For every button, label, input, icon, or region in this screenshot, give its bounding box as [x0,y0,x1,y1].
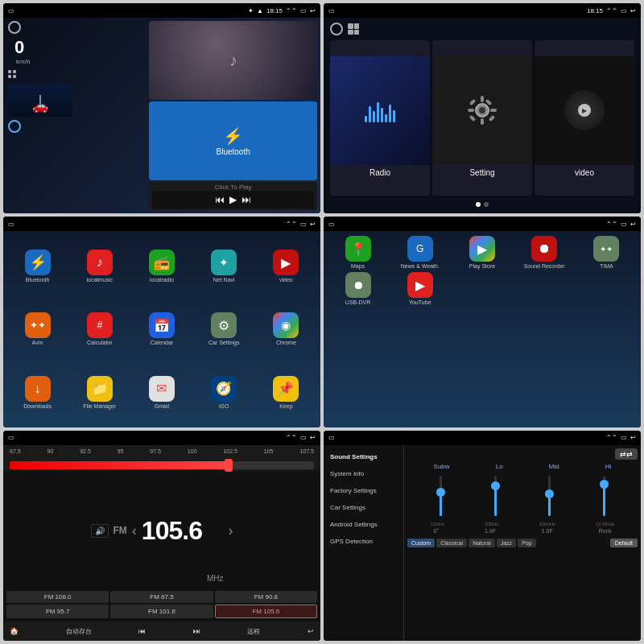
app-netnavi[interactable]: ✦ Net Navi [195,236,254,295]
settings-item-factory[interactable]: Factory Settings [324,482,403,499]
next-button[interactable]: ⏭ [242,194,251,205]
eq-track-subw[interactable] [440,476,442,516]
preset-pop[interactable]: Pop [518,539,535,547]
news-app-label: News & Weath. [401,263,440,269]
app-filemanager[interactable]: 📁 File Manager [70,362,129,422]
preset-5[interactable]: FM 101.6 [110,605,213,618]
app-localmusic[interactable]: ♪ localmusic [70,236,129,295]
back-return-button[interactable]: ↩ [308,627,314,635]
usbdvr-app-label: USB-DVR [345,299,371,305]
dot-4 [13,75,16,78]
bluetooth-panel[interactable]: ⚡ Bluetooth [149,101,317,180]
chevron-up-icon-2: ⌃⌃ [606,7,617,14]
back-icon-5: ↩ [310,434,316,441]
app-video[interactable]: ▶ video [257,236,316,295]
wave-bar-6 [385,114,387,122]
app-news[interactable]: G News & Weath. [390,236,449,269]
eq-track-mid[interactable] [548,476,551,516]
eq-thumb-hi[interactable] [600,480,609,489]
preset-jazz[interactable]: Jazz [497,539,516,547]
app-youtube[interactable]: ▶ YouTube [390,272,449,305]
status-right-icons: ✦ ▲ 18:15 ⌃⌃ ▭ ↩ [248,7,316,14]
app-maps[interactable]: 📍 Maps [328,236,387,269]
settings-item-android[interactable]: Android Settings [324,516,403,533]
app-bluetooth[interactable]: ⚡ Bluetooth [8,236,67,295]
app-carsettings[interactable]: ⚙ Car Settings [195,299,254,359]
app-avin[interactable]: ✦✦ Avin [8,299,67,359]
settings-item-system[interactable]: System Info [324,465,403,482]
mhz-label: MHz [207,574,224,583]
settings-gear-icon[interactable] [8,21,21,34]
media-controls[interactable]: ⏮ ▶ ⏭ [152,191,314,208]
settings-item-car[interactable]: Car Settings [324,499,403,516]
app-keep[interactable]: 📌 Keep [257,362,316,422]
app-soundrecorder[interactable]: ⏺ Sound Recorder [515,236,574,269]
freq-prev-button[interactable]: ‹ [132,522,137,539]
eq-thumb-subw[interactable] [436,488,445,497]
app-gmail[interactable]: ✉ Gmail [132,362,191,422]
navigation-icon[interactable] [8,120,21,133]
preset-4[interactable]: FM 95.7 [6,605,109,618]
freq-track[interactable] [10,461,314,469]
preset-1[interactable]: FM 108.0 [6,591,109,603]
eq-track-hi[interactable] [603,476,605,516]
grid-dot [348,30,353,35]
svg-rect-4 [468,109,474,112]
status-bar-4: ▭ ⌃⌃ ▭ ↩ [324,217,641,231]
radio-card[interactable]: Radio [330,40,430,196]
netnavi-app-icon: ✦ [211,250,237,275]
preset-custom[interactable]: Custom [407,539,435,547]
settings-icon-2[interactable] [330,23,343,35]
app-igo[interactable]: 🧭 iGO [195,362,254,422]
album-art[interactable] [149,21,317,100]
chrome-app-icon: ◉ [273,312,299,338]
eq-col-labels: Subw Lo Mid Hi [407,463,638,470]
app-calendar[interactable]: 📅 Calendar [132,299,191,359]
status-bar-5: ▭ ⌃⌃ ▭ ↩ [3,431,320,445]
settings-item-sound[interactable]: Sound Settings [324,448,403,465]
prev-track-button[interactable]: ⏮ [138,627,146,635]
app-tima[interactable]: ✦✦ TIMA [577,236,636,269]
gear-svg [466,94,498,126]
video-card[interactable]: ▶ video [535,40,634,196]
grid-icon-2[interactable] [348,23,359,35]
preset-classical[interactable]: Classical [436,539,467,547]
play-button[interactable]: ▶ [229,194,237,205]
eq-track-lo[interactable] [494,476,497,516]
screen-apps2: ▭ ⌃⌃ ▭ ↩ 📍 Maps G News & Weath. ▶ [324,217,641,427]
app-localradio[interactable]: 📻 localradio [132,236,191,295]
home-button-radio[interactable]: 🏠 [10,627,19,635]
preset-2[interactable]: FM 87.5 [110,591,213,603]
status-bar-3: ▭ ⌃⌃ ▭ ↩ [3,217,320,231]
app-calculator[interactable]: # Calculator [70,299,129,359]
click-to-play-text: Click To Play [152,184,314,191]
setting-card[interactable]: Setting [432,40,532,196]
freq-102.5: 102.5 [223,448,237,454]
settings-item-gps[interactable]: GPS Detection [324,533,403,550]
freq-next-button[interactable]: › [228,522,233,539]
shuffle-button[interactable]: ⇄⇄ [615,448,638,460]
eq-fill-subw [440,496,442,516]
app-chrome[interactable]: ◉ Chrome [257,299,316,359]
back-icon-2: ↩ [630,7,636,14]
auto-scan-button[interactable]: 自动存台 [66,627,92,636]
app-playstore[interactable]: ▶ Play Store [452,236,511,269]
app-downloads[interactable]: ↓ Downloads [8,362,67,422]
eq-thumb-mid[interactable] [545,489,554,498]
svg-rect-2 [481,96,484,102]
eq-thumb-lo[interactable] [491,481,500,490]
remote-button[interactable]: 远程 [247,627,260,636]
video-app-label: video [279,277,293,283]
freq-97.5: 97.5 [150,448,161,454]
eq-preset-buttons: Custom Classical Natural Jazz Pop Defaul… [407,539,638,547]
preset-3[interactable]: FM 90.8 [215,591,317,603]
app-usbdvr[interactable]: ⏺ USB-DVR [328,272,387,305]
maps-app-icon: 📍 [345,236,371,262]
next-track-button[interactable]: ⏭ [193,627,200,635]
prev-button[interactable]: ⏮ [215,194,225,205]
grid-dot [348,23,353,29]
preset-6[interactable]: FM 105.6 [215,605,317,618]
eq-default-button[interactable]: Default [610,539,638,547]
volume-icon[interactable]: 🔊 [91,524,109,538]
preset-natural[interactable]: Natural [469,539,495,547]
